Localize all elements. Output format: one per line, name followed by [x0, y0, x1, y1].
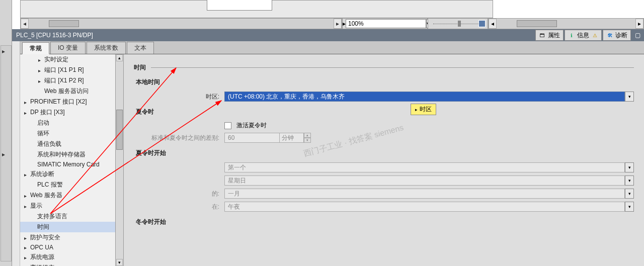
scroll-thumb[interactable] — [116, 110, 123, 150]
caret-closed-icon[interactable] — [24, 254, 28, 261]
tree-item[interactable]: Web 服务器访问 — [20, 86, 115, 97]
tree-item-label: 实时设定 — [44, 55, 68, 64]
tree-item-label: 高级组态 — [30, 263, 54, 266]
tree-item[interactable]: DP 接口 [X3] — [20, 107, 115, 118]
tree-item[interactable]: OPC UA — [20, 243, 115, 252]
dst-month-select[interactable]: ▾ — [224, 189, 634, 199]
tree-scrollbar[interactable]: ▴ ▾ — [116, 54, 124, 266]
scroll-track[interactable] — [29, 19, 334, 28]
dst-day-select[interactable]: ▾ — [224, 175, 634, 186]
tree-item[interactable]: 支持多语言 — [20, 211, 115, 222]
scroll-left-icon[interactable]: ◂ — [21, 19, 29, 29]
tab-info[interactable]: ℹ 信息 ⚠ — [565, 30, 602, 41]
zoom-select[interactable]: ▸ ▾ — [342, 18, 428, 29]
tree-item[interactable]: Web 服务器 — [20, 190, 115, 201]
caret-closed-icon[interactable] — [24, 264, 28, 267]
tree-item-label: 系统和时钟存储器 — [37, 150, 86, 159]
tree-item[interactable]: 系统和时钟存储器 — [20, 149, 115, 160]
section-time: 时间 — [134, 63, 634, 72]
tree-item-label: Web 服务器访问 — [44, 87, 89, 96]
tree-item[interactable]: 系统诊断 — [20, 169, 115, 180]
tree-item-label: SIMATIC Memory Card — [37, 161, 100, 168]
tree-item[interactable]: 启动 — [20, 118, 115, 128]
tree-item[interactable]: 系统电源 — [20, 252, 115, 262]
tree-item[interactable]: PROFINET 接口 [X2] — [20, 97, 115, 107]
inspector-title-bar: PLC_5 [CPU 1516-3 PN/DP] 🗔 属性 ℹ 信息 ⚠ 🛠 诊… — [12, 29, 644, 41]
offset-spinner[interactable]: 分钟 ▴▾ — [224, 133, 311, 143]
tab-diagnostics[interactable]: 🛠 诊断 — [603, 30, 631, 41]
spin-up-icon[interactable]: ▴ — [304, 133, 311, 138]
tree-item[interactable]: 高级组态 — [20, 262, 115, 266]
tab-io-vars[interactable]: IO 变量 — [50, 42, 86, 54]
tree-item-label: 循环 — [37, 129, 49, 138]
tree-item[interactable]: 显示 — [20, 201, 115, 211]
caret-closed-icon[interactable] — [24, 109, 28, 116]
tree-item-label: 通信负载 — [37, 140, 61, 148]
tree-item[interactable]: 循环 — [20, 128, 115, 139]
caret-closed-icon[interactable] — [24, 171, 28, 178]
zoom-slider[interactable] — [428, 18, 488, 29]
caret-closed-icon[interactable] — [24, 192, 28, 199]
label-of: 的: — [134, 190, 224, 198]
scroll-thumb[interactable] — [49, 20, 79, 27]
tree-item[interactable]: 端口 [X1 P1 R] — [20, 65, 115, 75]
offset-unit: 分钟 — [280, 133, 304, 143]
scroll-left-icon[interactable]: ◂ — [489, 19, 497, 29]
checkbox-activate-dst[interactable] — [224, 122, 231, 129]
caret-closed-icon[interactable] — [38, 77, 42, 84]
main-area: 实时设定端口 [X1 P1 R]端口 [X1 P2 R]Web 服务器访问PRO… — [20, 54, 644, 266]
chevron-down-icon[interactable]: ▾ — [625, 175, 634, 186]
tree-item[interactable]: SIMATIC Memory Card — [20, 160, 115, 169]
form-panel: 时间 本地时间 时区: ▾ ▸ 时区 夏令时 激活夏令时 标准 — [124, 54, 644, 266]
dst-hour-select[interactable]: ▾ — [224, 202, 634, 212]
zoom-input[interactable] — [346, 19, 426, 28]
tree-item-label: DP 接口 [X3] — [30, 108, 64, 117]
tab-text[interactable]: 文本 — [127, 42, 154, 54]
properties-icon: 🗔 — [539, 32, 546, 39]
chevron-down-icon[interactable]: ▾ — [625, 189, 634, 199]
heading-dst: 夏令时 — [136, 108, 634, 116]
label-activate-dst: 激活夏令时 — [236, 121, 267, 130]
caret-closed-icon[interactable] — [24, 99, 28, 106]
chevron-down-icon[interactable]: ▾ — [625, 202, 634, 212]
scroll-up-icon[interactable]: ▴ — [116, 54, 123, 61]
timezone-select[interactable]: ▾ — [224, 92, 634, 102]
left-strip — [12, 41, 20, 266]
tree-item-label: Web 服务器 — [30, 191, 62, 200]
chevron-down-icon[interactable]: ▾ — [625, 92, 634, 102]
warn-icon: ⚠ — [591, 32, 598, 39]
tree-item[interactable]: 端口 [X1 P2 R] — [20, 75, 115, 86]
caret-closed-icon[interactable] — [24, 234, 28, 241]
nav-tree[interactable]: 实时设定端口 [X1 P1 R]端口 [X1 P2 R]Web 服务器访问PRO… — [20, 54, 116, 266]
canvas-hscroll[interactable]: ◂ ▸ — [20, 18, 342, 29]
tab-properties[interactable]: 🗔 属性 — [535, 30, 564, 41]
zoom-fit-icon[interactable] — [478, 20, 486, 27]
offset-input[interactable] — [224, 133, 280, 143]
expand-icon[interactable]: ▸ — [2, 151, 9, 158]
scroll-right-icon[interactable]: ▸ — [635, 19, 643, 29]
caret-closed-icon[interactable] — [38, 56, 42, 63]
caret-closed-icon[interactable] — [38, 67, 42, 74]
caret-closed-icon[interactable] — [24, 203, 28, 210]
label-offset: 标准和夏令时之间的差别: — [134, 134, 224, 142]
spin-down-icon[interactable]: ▾ — [304, 138, 311, 143]
scroll-down-icon[interactable]: ▾ — [116, 259, 123, 266]
tab-general[interactable]: 常规 — [22, 42, 49, 54]
timezone-value[interactable] — [224, 92, 625, 102]
tree-item[interactable]: PLC 报警 — [20, 180, 115, 190]
scroll-right-icon[interactable]: ▸ — [334, 19, 342, 29]
tree-item[interactable]: 防护与安全 — [20, 232, 115, 243]
canvas-footer: ◂ ▸ ▸ ▾ ◂ ▸ — [20, 18, 644, 29]
tab-sys-const[interactable]: 系统常数 — [87, 42, 126, 54]
tree-item[interactable]: 时间 — [20, 222, 115, 232]
expand-icon[interactable]: ▸ — [2, 48, 9, 55]
panel-collapse-icon[interactable]: ▢ — [632, 30, 643, 41]
right-hscroll[interactable]: ◂ ▸ — [488, 18, 644, 29]
dst-week-select[interactable]: ▾ — [224, 162, 634, 172]
tree-item[interactable]: 通信负载 — [20, 139, 115, 149]
chevron-down-icon[interactable]: ▾ — [625, 162, 634, 172]
tree-item-label: 端口 [X1 P2 R] — [44, 76, 84, 85]
caret-closed-icon[interactable] — [24, 244, 28, 251]
tree-item[interactable]: 实时设定 — [20, 54, 115, 65]
tree-item-label: 系统电源 — [30, 253, 54, 261]
